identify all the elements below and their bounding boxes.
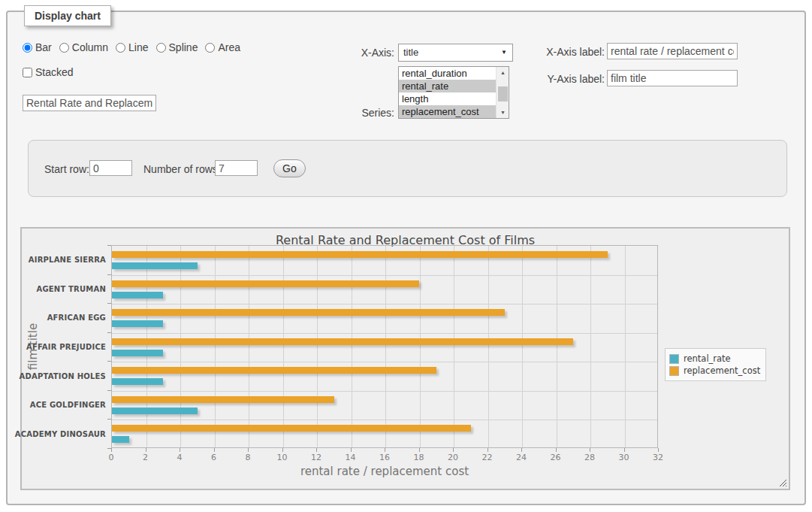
x-tick-mark bbox=[180, 448, 180, 452]
x-tick-mark bbox=[556, 448, 557, 452]
y-tick-mark bbox=[107, 332, 111, 333]
category-label: AIRPLANE SIERRA bbox=[29, 256, 106, 264]
num-rows-input[interactable] bbox=[215, 160, 258, 176]
x-tick-label: 12 bbox=[311, 453, 321, 462]
x-axis-select[interactable]: title ▼ bbox=[398, 44, 513, 62]
chart-type-radio-line[interactable] bbox=[116, 43, 125, 53]
chart-type-label: Line bbox=[128, 41, 148, 53]
gridline-v bbox=[557, 246, 557, 447]
chevron-down-icon: ▼ bbox=[501, 50, 507, 56]
stacked-row: Stacked bbox=[23, 66, 74, 78]
bar-replacement_cost bbox=[112, 338, 573, 345]
gridline-v bbox=[180, 246, 181, 447]
stacked-option[interactable]: Stacked bbox=[23, 66, 74, 78]
y-axis-label-label: Y-Axis label: bbox=[526, 73, 605, 85]
gridline-h bbox=[112, 362, 657, 362]
chart-type-radio-spline[interactable] bbox=[156, 43, 166, 53]
y-axis-labels: AIRPLANE SIERRAAGENT TRUMANAFRICAN EGGAF… bbox=[22, 245, 106, 448]
x-tick-label: 8 bbox=[246, 453, 251, 462]
category-label: ACADEMY DINOSAUR bbox=[15, 429, 106, 438]
y-tick-mark bbox=[107, 419, 111, 420]
category-label: AGENT TRUMAN bbox=[36, 284, 106, 292]
gridline-v bbox=[625, 246, 626, 447]
chart-panel: Rental Rate and Replacement Cost of Film… bbox=[20, 227, 790, 490]
chart-type-option-area[interactable]: Area bbox=[205, 41, 240, 53]
legend-label: rental_rate bbox=[684, 353, 731, 364]
bar-rental_rate bbox=[112, 378, 163, 385]
chart-type-radio-column[interactable] bbox=[59, 43, 69, 53]
stacked-checkbox[interactable] bbox=[23, 68, 32, 77]
chart-type-radio-bar[interactable] bbox=[23, 43, 32, 53]
start-row-input[interactable] bbox=[89, 160, 132, 176]
x-tick-label: 26 bbox=[551, 453, 561, 462]
gridline-v bbox=[454, 246, 454, 447]
gridline-v bbox=[146, 246, 147, 447]
category-label: ACE GOLDFINGER bbox=[30, 401, 106, 409]
bar-replacement_cost bbox=[112, 367, 436, 374]
gridline-v bbox=[488, 246, 489, 447]
x-tick-mark bbox=[419, 448, 420, 452]
bar-rental_rate bbox=[112, 320, 163, 327]
y-tick-mark bbox=[107, 245, 111, 246]
x-tick-label: 2 bbox=[143, 453, 148, 462]
chart-title-input[interactable] bbox=[23, 95, 156, 111]
x-tick-mark bbox=[316, 448, 317, 452]
chart-x-axis-label: rental rate / replacement cost bbox=[111, 465, 658, 478]
series-select-label: Series: bbox=[323, 107, 394, 119]
series-options: rental_durationrental_ratelengthreplacem… bbox=[399, 67, 496, 118]
series-option-rental_rate[interactable]: rental_rate bbox=[399, 80, 496, 92]
gridline-v bbox=[215, 246, 216, 447]
chart-type-option-spline[interactable]: Spline bbox=[156, 41, 198, 53]
plot-area bbox=[111, 245, 658, 448]
gridline-v bbox=[352, 246, 352, 447]
x-tick-label: 4 bbox=[177, 453, 183, 462]
x-tick-mark bbox=[658, 448, 659, 452]
gridline-h bbox=[112, 420, 657, 420]
x-tick-label: 24 bbox=[516, 453, 527, 462]
chart-type-radio-group: BarColumnLineSplineArea bbox=[23, 41, 248, 53]
scroll-up-icon[interactable]: ▲ bbox=[497, 67, 509, 78]
resize-grip-icon[interactable] bbox=[777, 477, 786, 486]
bar-rental_rate bbox=[112, 292, 163, 298]
gridline-v bbox=[317, 246, 318, 447]
gridline-v bbox=[522, 246, 523, 447]
stacked-label: Stacked bbox=[35, 66, 74, 78]
chart-type-option-bar[interactable]: Bar bbox=[23, 41, 52, 53]
gridline-v bbox=[420, 246, 421, 447]
x-tick-mark bbox=[590, 448, 590, 452]
scroll-down-icon[interactable]: ▼ bbox=[497, 107, 509, 118]
chart-type-option-column[interactable]: Column bbox=[59, 41, 108, 53]
bar-replacement_cost bbox=[112, 425, 471, 432]
y-tick-mark bbox=[107, 274, 111, 275]
series-scrollbar[interactable]: ▲ ▼ bbox=[496, 67, 509, 118]
bar-replacement_cost bbox=[112, 396, 334, 403]
scrollbar-thumb[interactable] bbox=[498, 86, 508, 101]
chart-type-option-line[interactable]: Line bbox=[116, 41, 148, 53]
chart-legend: rental_ratereplacement_cost bbox=[665, 348, 766, 381]
chart-type-label: Spline bbox=[169, 41, 198, 53]
chart-type-radio-area[interactable] bbox=[205, 43, 215, 53]
x-axis-label-label: X-Axis label: bbox=[526, 46, 605, 58]
x-tick-mark bbox=[248, 448, 249, 452]
gridline-h bbox=[112, 275, 657, 276]
x-tick-mark bbox=[214, 448, 215, 452]
gridline-h bbox=[112, 304, 657, 304]
series-option-length[interactable]: length bbox=[399, 92, 496, 105]
x-tick-label: 30 bbox=[619, 453, 629, 462]
bar-replacement_cost bbox=[112, 309, 505, 316]
x-axis-select-label: X-Axis: bbox=[323, 47, 394, 59]
x-tick-label: 32 bbox=[653, 453, 663, 462]
x-axis-label-input[interactable] bbox=[607, 43, 738, 59]
category-label: AFRICAN EGG bbox=[47, 314, 106, 322]
series-option-replacement_cost[interactable]: replacement_cost bbox=[399, 105, 496, 118]
series-listbox[interactable]: rental_durationrental_ratelengthreplacem… bbox=[398, 66, 509, 119]
y-axis-label-input[interactable] bbox=[607, 70, 738, 86]
x-tick-mark bbox=[146, 448, 146, 452]
legend-swatch-rental_rate bbox=[669, 354, 679, 364]
x-tick-mark bbox=[521, 448, 522, 452]
x-axis-selected-value: title bbox=[403, 47, 418, 58]
bar-rental_rate bbox=[112, 350, 163, 356]
series-option-rental_duration[interactable]: rental_duration bbox=[399, 67, 496, 80]
go-button[interactable]: Go bbox=[273, 159, 306, 177]
x-tick-label: 6 bbox=[211, 453, 216, 462]
